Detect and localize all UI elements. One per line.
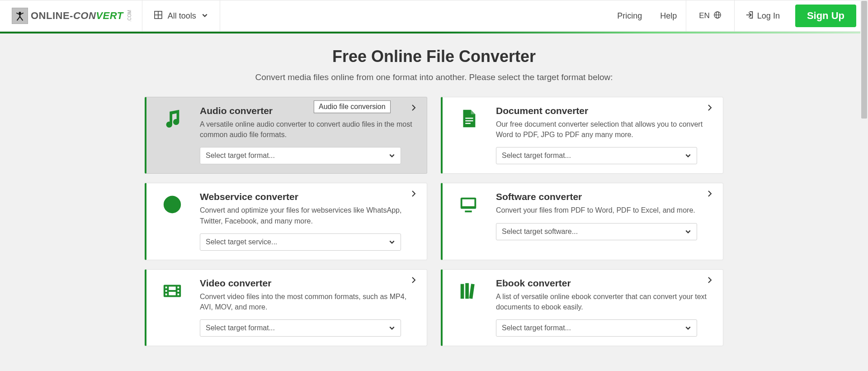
card-document-converter[interactable]: Document converter Our free document con… <box>441 97 723 174</box>
pricing-link[interactable]: Pricing <box>608 0 651 31</box>
target-software-select[interactable]: Select target software... <box>496 223 697 240</box>
chevron-down-icon <box>202 11 208 21</box>
card-desc: A versatile online audio converter to co… <box>200 119 417 140</box>
svg-rect-14 <box>465 120 473 121</box>
film-icon <box>156 278 188 337</box>
card-title: Video converter <box>200 278 417 289</box>
monitor-icon <box>453 191 484 250</box>
svg-rect-15 <box>465 123 471 124</box>
scrollbar-thumb[interactable] <box>861 1 867 119</box>
lang-label: EN <box>699 11 710 20</box>
books-icon <box>453 278 484 337</box>
all-tools-menu[interactable]: All tools <box>142 0 220 31</box>
help-link[interactable]: Help <box>651 0 686 31</box>
grid-icon <box>154 11 162 21</box>
svg-rect-27 <box>165 294 167 295</box>
chevron-right-icon <box>706 104 714 114</box>
signup-button[interactable]: Sign Up <box>795 5 856 27</box>
page-title: Free Online File Converter <box>0 47 868 66</box>
chevron-right-icon <box>410 104 418 114</box>
header: ONLINE-CONVERT .COM All tools Pricing He… <box>0 0 868 32</box>
card-ebook-converter[interactable]: Ebook converter A list of versatile onli… <box>441 269 723 346</box>
svg-rect-32 <box>169 292 175 295</box>
target-format-select[interactable]: Select target format... <box>496 319 697 337</box>
document-icon <box>453 105 484 164</box>
svg-point-0 <box>19 12 21 14</box>
svg-rect-35 <box>469 284 475 299</box>
svg-rect-29 <box>178 290 179 292</box>
chevron-right-icon <box>410 190 418 200</box>
card-title: Webservice converter <box>200 191 417 202</box>
svg-rect-31 <box>169 286 175 290</box>
svg-rect-33 <box>461 284 464 299</box>
svg-line-5 <box>20 17 23 20</box>
svg-rect-34 <box>465 283 469 299</box>
svg-rect-22 <box>462 200 475 206</box>
converter-grid: Audio converter A versatile online audio… <box>145 97 723 346</box>
logo-com: .COM <box>127 10 132 22</box>
card-title: Software converter <box>496 191 713 202</box>
card-title: Ebook converter <box>496 278 713 289</box>
chevron-right-icon <box>410 276 418 286</box>
globe-icon <box>156 191 188 250</box>
card-desc: Convert video files into the most common… <box>200 291 417 312</box>
music-icon <box>156 105 188 164</box>
svg-line-4 <box>17 17 20 20</box>
svg-rect-26 <box>165 290 167 292</box>
card-title: Document converter <box>496 105 713 116</box>
login-label: Log In <box>757 11 780 21</box>
target-format-select[interactable]: Select target format... <box>200 147 401 164</box>
card-video-converter[interactable]: Video converter Convert video files into… <box>145 269 427 346</box>
card-desc: Our free document converter selection th… <box>496 119 713 140</box>
logo-icon <box>12 8 28 24</box>
card-desc: A list of versatile online ebook convert… <box>496 291 713 312</box>
chevron-right-icon <box>706 276 714 286</box>
login-icon <box>745 11 754 21</box>
svg-rect-23 <box>465 211 472 213</box>
all-tools-label: All tools <box>168 11 196 21</box>
svg-rect-25 <box>165 286 167 288</box>
logo[interactable]: ONLINE-CONVERT .COM <box>0 0 142 31</box>
target-format-select[interactable]: Select target format... <box>496 147 697 164</box>
globe-icon <box>713 11 722 21</box>
page-subtitle: Convert media files online from one form… <box>0 72 868 82</box>
target-format-select[interactable]: Select target format... <box>200 319 401 337</box>
card-software-converter[interactable]: Software converter Convert your files fr… <box>441 183 723 260</box>
language-selector[interactable]: EN <box>686 0 735 31</box>
svg-rect-13 <box>465 118 473 119</box>
svg-rect-28 <box>178 286 179 288</box>
tooltip: Audio file conversion <box>314 100 391 113</box>
chevron-right-icon <box>706 190 714 200</box>
login-link[interactable]: Log In <box>735 0 791 31</box>
target-service-select[interactable]: Select target service... <box>200 233 401 251</box>
svg-rect-30 <box>178 294 179 295</box>
card-desc: Convert and optimize your files for webs… <box>200 205 417 226</box>
card-webservice-converter[interactable]: Webservice converter Convert and optimiz… <box>145 183 427 260</box>
logo-text: ONLINE-CONVERT <box>31 10 123 22</box>
card-desc: Convert your files from PDF to Word, PDF… <box>496 205 713 215</box>
main: Free Online File Converter Convert media… <box>0 33 868 346</box>
scrollbar[interactable] <box>860 0 868 371</box>
